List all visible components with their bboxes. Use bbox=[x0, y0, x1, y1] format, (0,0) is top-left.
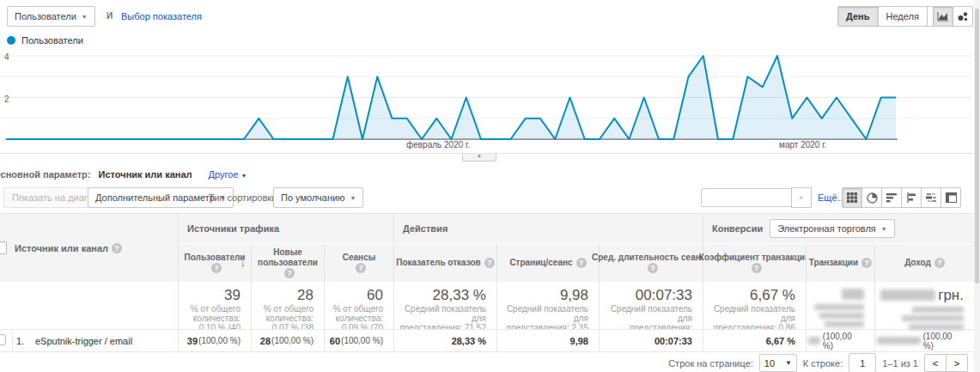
help-icon[interactable]: ? bbox=[576, 258, 587, 268]
vertical-scrollbar[interactable] bbox=[974, 0, 980, 372]
conjunction-label: И bbox=[107, 11, 113, 21]
chevron-down-icon: ▼ bbox=[241, 173, 247, 179]
conversion-type-dropdown[interactable]: Электронная торговля▼ bbox=[770, 219, 895, 238]
motion-chart-view-button[interactable] bbox=[953, 6, 973, 27]
previous-page-button[interactable]: < bbox=[924, 354, 947, 372]
line-chart-icon bbox=[937, 11, 949, 21]
row-transaction-rate-cell: 6,67 % bbox=[703, 329, 806, 351]
granularity-day-button[interactable]: День bbox=[837, 6, 879, 27]
rows-per-page-select[interactable]: 10▼ bbox=[759, 354, 797, 372]
row-checkbox[interactable] bbox=[0, 334, 6, 345]
row-bounce-rate-cell: 28,33 % bbox=[393, 329, 496, 351]
column-header-users[interactable]: Пользователи? ↓ bbox=[178, 244, 251, 282]
y-tick-label: 4 bbox=[4, 52, 9, 62]
view-performance-button[interactable] bbox=[881, 187, 902, 208]
percentage-pie-icon bbox=[867, 192, 878, 204]
goto-row-input[interactable] bbox=[849, 353, 876, 372]
sort-type-dropdown[interactable]: По умолчанию▼ bbox=[273, 187, 363, 208]
metric-selector-dropdown[interactable]: Пользователи ▼ bbox=[7, 6, 95, 27]
table-pagination-footer: Строк на странице: 10▼ К строке: 1–1 из … bbox=[668, 353, 968, 372]
metric-bar: Пользователи ▼ И Выбор показателя День Н… bbox=[0, 0, 980, 34]
chart-legend: Пользователи bbox=[7, 35, 83, 46]
help-icon[interactable]: ? bbox=[861, 258, 872, 268]
analytics-report-page: Пользователи ▼ И Выбор показателя День Н… bbox=[0, 0, 980, 372]
summary-users: 39 % от общегоколичества:0,10 % (40 986) bbox=[178, 282, 251, 329]
help-icon[interactable]: ? bbox=[284, 268, 295, 278]
x-tick-label: март 2020 г. bbox=[779, 140, 826, 149]
redacted-text bbox=[902, 315, 964, 321]
column-header-transaction-rate[interactable]: Коэффициент транзакций? bbox=[703, 244, 806, 282]
summary-revenue: грн. bbox=[874, 282, 974, 329]
dimension-column-header[interactable]: Источник или канал ? bbox=[0, 214, 178, 282]
source-medium-value[interactable]: eSputnik-trigger / email bbox=[35, 336, 132, 346]
sort-type-label: Тип сортировки: bbox=[209, 192, 279, 203]
motion-chart-icon bbox=[957, 11, 969, 22]
group-header-conversions: Конверсии Электронная торговля▼ bbox=[703, 214, 974, 244]
summary-sessions: 60 % от общегоколичества:0,09 % (70 001) bbox=[324, 282, 393, 329]
help-icon[interactable]: ? bbox=[752, 263, 762, 273]
select-metric-link[interactable]: Выбор показателя bbox=[121, 11, 202, 21]
primary-dimension-value[interactable]: Источник или канал bbox=[99, 169, 192, 180]
row-avg-duration-cell: 00:07:33 bbox=[599, 329, 703, 351]
column-header-avg-session-duration[interactable]: Сред. длительность сеанса? bbox=[599, 244, 703, 282]
redacted-value bbox=[880, 290, 935, 301]
column-header-new-users[interactable]: Новые пользователи? bbox=[251, 244, 324, 282]
redacted-value bbox=[842, 289, 864, 300]
column-header-pages-per-session[interactable]: Страниц/сеанс? bbox=[496, 244, 599, 282]
scrollbar-thumb[interactable] bbox=[975, 9, 979, 284]
line-chart-view-button[interactable] bbox=[933, 6, 953, 27]
row-sessions-cell: 60(100,00 %) bbox=[324, 329, 393, 351]
redacted-value bbox=[877, 337, 921, 345]
redacted-text bbox=[909, 324, 964, 330]
view-percentage-button[interactable] bbox=[861, 187, 882, 208]
help-icon[interactable]: ? bbox=[356, 263, 366, 273]
search-icon bbox=[800, 192, 803, 204]
column-header-sessions[interactable]: Сеансы? bbox=[324, 244, 393, 282]
summary-avg-session-duration: 00:07:33 Средний показатель дляпредставл… bbox=[599, 282, 703, 329]
summary-new-users: 28 % от общегоколичества:0,07 % (38 168) bbox=[251, 282, 324, 329]
other-dimension-link[interactable]: Другое▼ bbox=[209, 169, 247, 180]
table-toolbar: Показать на диаграмме Дополнительный пар… bbox=[0, 187, 980, 213]
view-term-cloud-button[interactable] bbox=[921, 187, 941, 208]
column-header-bounce-rate[interactable]: Показатель отказов? bbox=[393, 244, 496, 282]
redacted-text bbox=[825, 321, 864, 327]
table-row-source[interactable]: 1. eSputnik-trigger / email bbox=[12, 329, 178, 351]
column-header-transactions[interactable]: Транзакции? bbox=[806, 244, 874, 282]
help-icon[interactable]: ? bbox=[648, 263, 658, 273]
sort-descending-icon: ↓ bbox=[240, 258, 247, 268]
view-data-table-button[interactable] bbox=[842, 187, 862, 208]
redacted-text bbox=[814, 304, 864, 310]
row-transactions-cell: (100,00 %) bbox=[806, 329, 874, 351]
row-new-users-cell: 28(100,00 %) bbox=[251, 329, 324, 351]
help-icon[interactable]: ? bbox=[934, 258, 945, 268]
currency-suffix: грн. bbox=[938, 287, 964, 303]
select-all-checkbox[interactable] bbox=[0, 241, 7, 254]
redacted-value bbox=[808, 337, 820, 345]
help-icon[interactable]: ? bbox=[112, 243, 122, 253]
search-button[interactable] bbox=[791, 187, 812, 208]
view-pivot-button[interactable] bbox=[940, 187, 961, 208]
goto-row-label: К строке: bbox=[803, 358, 843, 369]
granularity-week-button[interactable]: Неделя bbox=[878, 6, 928, 27]
view-comparison-button[interactable] bbox=[901, 187, 922, 208]
chevron-down-icon: ▼ bbox=[350, 195, 356, 201]
chart-collapse-handle[interactable]: ▼ bbox=[462, 154, 496, 162]
pivot-icon bbox=[946, 192, 957, 203]
dimension-bar: Основной параметр: Источник или канал Др… bbox=[0, 169, 247, 180]
row-users-cell: 39(100,00 %) bbox=[178, 329, 251, 351]
chevron-down-icon: ▼ bbox=[82, 14, 88, 20]
row-rank: 1. bbox=[16, 336, 35, 346]
chevron-down-icon: ▼ bbox=[881, 226, 887, 232]
next-page-button[interactable]: > bbox=[946, 354, 968, 372]
y-tick-label: 2 bbox=[4, 95, 9, 104]
table-search-input[interactable] bbox=[701, 188, 795, 207]
term-cloud-icon bbox=[926, 192, 937, 203]
redacted-text bbox=[912, 307, 964, 313]
summary-bounce-rate: 28,33 % Средний показатель дляпредставле… bbox=[393, 282, 496, 329]
column-header-revenue[interactable]: Доход? bbox=[874, 244, 974, 282]
group-header-acquisition: Источники трафика bbox=[178, 214, 393, 244]
users-area-chart[interactable]: 24 февраль 2020 г.март 2020 г. bbox=[0, 50, 980, 148]
help-icon[interactable]: ? bbox=[211, 263, 222, 273]
summary-transactions bbox=[806, 282, 874, 329]
help-icon[interactable]: ? bbox=[484, 258, 495, 268]
